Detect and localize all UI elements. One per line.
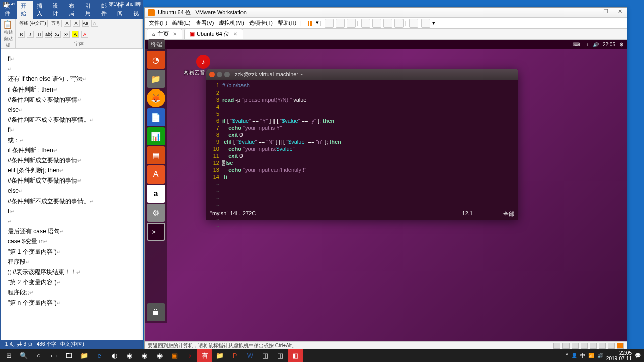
clear-format-icon[interactable]: ◇ [91,20,98,27]
menu-vm[interactable]: 虚拟机(M) [217,19,246,27]
maximize-button[interactable]: ☐ [599,8,613,17]
volume-icon[interactable]: 🔊 [593,42,599,47]
tray-notifications-icon[interactable]: 💬 [635,353,641,358]
font-family-select[interactable]: 等线 (中文正) [18,20,48,27]
word-count[interactable]: 486 个字 [37,341,56,348]
taskbar-app-10[interactable]: ◧ [288,349,303,362]
tab-mailings[interactable]: 邮件 [97,1,113,19]
taskview-icon[interactable]: ▭ [46,349,61,362]
tray-ime-icon[interactable]: 中 [580,352,585,359]
network-icon[interactable]: ↑↓ [584,42,589,47]
minimize-button[interactable]: — [585,8,599,17]
tab-file[interactable]: 文件 [1,1,17,19]
menu-view[interactable]: 查看(V) [194,19,216,27]
taskbar-app-3[interactable]: ◐ [107,349,122,362]
toolbar-fullscreen-icon[interactable] [361,19,370,28]
vm-pause-button[interactable]: ▾ [306,19,319,27]
taskbar-app-8[interactable]: ◫ [258,349,273,362]
toolbar-console-icon[interactable] [383,19,392,28]
terminal-body[interactable]: 1#!/bin/bash23read -p "please intput(Y/N… [206,80,518,232]
taskbar-netease-icon[interactable]: ♪ [182,349,197,362]
ubuntu-desktop[interactable]: 终端 ⌨ ↑↓ 🔊 22:05 ⚙ ◔ 📁 🦊 📄 📊 ▤ A a ⚙ >_ 🗑 [145,40,627,348]
device-usb-icon[interactable] [581,343,588,349]
search-icon[interactable]: 🔍 [16,349,31,362]
taskbar-app-9[interactable]: ◫ [273,349,288,362]
close-button[interactable]: ✕ [613,8,627,17]
strikethrough-icon[interactable]: abc [45,31,52,38]
device-net-icon[interactable] [572,343,579,349]
taskbar-app-2[interactable]: 📁 [76,349,92,362]
toolbar-library-icon[interactable] [409,19,418,28]
taskbar-app-6[interactable]: ◉ [152,349,167,362]
word-document-body[interactable]: fi↵↵还有 if then else 语句，写法↵if 条件判断 ; then… [1,49,143,315]
tab-home[interactable]: ⌂主页✕ [147,29,182,39]
close-tab-icon[interactable]: ✕ [173,31,177,37]
shrink-font-icon[interactable]: A [73,20,80,27]
font-color-icon[interactable]: A [81,31,88,38]
term-maximize-icon[interactable] [224,72,230,77]
term-minimize-icon[interactable] [217,72,222,77]
toolbar-snapshot-icon[interactable] [325,19,334,28]
trash-icon[interactable]: 🗑 [147,303,165,321]
taskbar-edge-icon[interactable]: e [92,349,107,362]
tray-chevron-icon[interactable]: ^ [566,353,568,358]
device-msg-icon[interactable] [617,343,624,349]
subscript-icon[interactable]: x₂ [54,31,61,38]
tray-people-icon[interactable]: 👤 [571,353,577,358]
libreoffice-writer-icon[interactable]: 📄 [147,108,165,126]
toolbar-thumbnail-icon[interactable] [421,19,430,28]
dash-icon[interactable]: ◔ [147,51,165,69]
ubuntu-software-icon[interactable]: A [147,165,165,184]
tab-ubuntu[interactable]: ▣Ubuntu 64 位✕ [184,29,243,39]
tab-layout[interactable]: 布局 [65,1,81,19]
clock[interactable]: 22:05 [603,42,615,47]
taskbar-word-icon[interactable]: W [243,349,258,362]
device-hdd-icon[interactable] [553,343,560,349]
start-button[interactable]: ⊞ [1,349,16,362]
underline-icon[interactable]: U [36,31,43,38]
language-status[interactable]: 中文(中国) [60,341,84,348]
tab-view[interactable]: 视 [129,8,143,19]
taskbar-app-5[interactable]: ◉ [137,349,152,362]
taskbar-app-4[interactable]: ◉ [122,349,137,362]
italic-icon[interactable]: I [27,31,34,38]
taskbar-powerpoint-icon[interactable]: P [227,349,243,362]
taskbar-explorer-icon[interactable]: 📁 [212,349,227,362]
tray-network-icon[interactable]: 📶 [588,353,594,358]
page-count[interactable]: ￼ 1 页, 共 3 页 [4,341,33,348]
amazon-icon[interactable]: a [147,185,165,203]
tab-home[interactable]: 开始 [17,1,33,19]
tab-review[interactable]: 审阅 [113,1,129,19]
cortana-icon[interactable]: ○ [31,349,46,362]
taskbar-app-1[interactable]: 🗔 [61,349,76,362]
taskbar-app-7[interactable]: 有 [197,349,212,362]
font-size-select[interactable]: 五号 [50,20,62,27]
menu-tabs[interactable]: 选项卡(T) [247,19,275,27]
change-case-icon[interactable]: Aa [82,20,89,27]
taskbar-clock[interactable]: 22:05 2019-07-11 [606,350,632,361]
terminal-window[interactable]: zzk@zzk-virtual-machine: ~ 1#!/bin/bash2… [206,69,518,220]
grow-font-icon[interactable]: A [64,20,71,27]
libreoffice-impress-icon[interactable]: ▤ [147,146,165,164]
tab-insert[interactable]: 插入 [33,1,49,19]
device-sound-icon[interactable] [590,343,597,349]
close-tab-icon[interactable]: ✕ [233,31,237,37]
bold-icon[interactable]: B [18,31,25,38]
settings-gear-icon[interactable]: ⚙ [619,42,624,47]
firefox-icon[interactable]: 🦊 [147,89,165,107]
toolbar-manage-icon[interactable] [347,19,356,28]
term-close-icon[interactable] [209,72,215,77]
device-cd-icon[interactable] [562,343,570,349]
toolbar-revert-icon[interactable] [336,19,345,28]
tab-design[interactable]: 设计 [49,1,65,19]
menu-file[interactable]: 文件(F) [147,19,169,27]
menu-edit[interactable]: 编辑(E) [170,19,193,27]
files-icon[interactable]: 📁 [147,70,165,88]
paste-icon[interactable]: 📋 [3,20,13,29]
tray-volume-icon[interactable]: 🔊 [597,353,603,358]
device-printer-icon[interactable] [599,343,606,349]
highlight-icon[interactable]: A [72,31,79,38]
device-display-icon[interactable] [608,343,615,349]
tab-references[interactable]: 引用 [81,1,97,19]
terminal-icon[interactable]: >_ [147,223,165,241]
